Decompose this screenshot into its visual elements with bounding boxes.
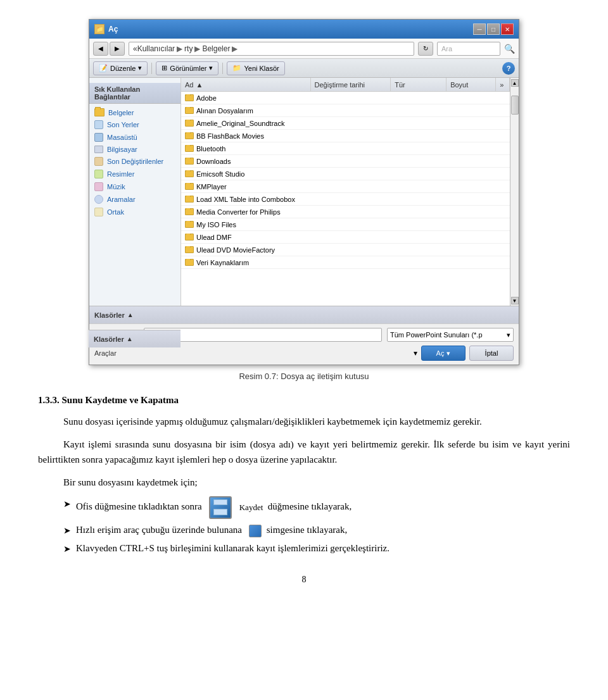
- edit-button[interactable]: 📝 Düzenle ▾: [93, 61, 148, 75]
- klasorler-bar[interactable]: Klasörler ▲: [89, 306, 519, 323]
- edit-icon: 📝: [99, 64, 108, 72]
- scroll-thumb[interactable]: [511, 96, 519, 115]
- bullet-arrow-3: ➤: [63, 542, 71, 556]
- window-controls[interactable]: ─ □ ✕: [473, 23, 514, 35]
- file-item-load-xml[interactable]: Load XML Table into Combobox: [181, 193, 510, 206]
- file-item-my-iso[interactable]: My ISO Files: [181, 218, 510, 231]
- back-button[interactable]: ◀: [93, 42, 108, 56]
- file-item-emicsoft[interactable]: Emicsoft Studio: [181, 168, 510, 180]
- title-bar: 📁 Aç ─ □ ✕: [89, 20, 519, 39]
- shared-icon: [94, 208, 103, 216]
- sidebar-item-masaustu[interactable]: Masaüstü: [89, 131, 180, 144]
- open-dialog[interactable]: 📁 Aç ─ □ ✕ ◀ ▶ « Kullanıcılar ▶: [89, 19, 519, 365]
- sidebar-label-resimler: Resimler: [107, 170, 134, 178]
- folder-icon-my-iso: [185, 221, 194, 228]
- help-label: ?: [507, 65, 511, 72]
- folder-icon-emicsoft: [185, 170, 194, 177]
- file-item-ulead-dmf[interactable]: Ulead DMF: [181, 231, 510, 244]
- dialog-icon: 📁: [94, 24, 104, 34]
- cancel-button[interactable]: İptal: [469, 346, 514, 361]
- sidebar-item-aramalar[interactable]: Aramalar: [89, 193, 180, 206]
- klasorler-section[interactable]: Klasörler ▲: [89, 330, 180, 347]
- bullet-list: ➤ Ofis düğmesine tıkladıktan sonra Kayde…: [63, 496, 570, 556]
- file-item-veri[interactable]: Veri Kaynaklarım: [181, 256, 510, 269]
- file-name-amelie: Amelie_Original_Soundtrack: [196, 120, 284, 127]
- bullet-text-2: Hızlı erişim araç çubuğu üzerinde buluna…: [76, 523, 347, 537]
- help-button[interactable]: ?: [502, 62, 515, 75]
- folder-icon-media-converter: [185, 208, 194, 215]
- new-folder-button[interactable]: 📁 Yeni Klasör: [227, 61, 284, 75]
- scrollbar[interactable]: ▲ ▼: [510, 78, 519, 306]
- toolbar-sep-1: [151, 63, 152, 74]
- scroll-down-button[interactable]: ▼: [511, 297, 519, 304]
- pictures-icon: [94, 170, 103, 178]
- dialog-title: Aç: [108, 25, 118, 34]
- file-item-alinan[interactable]: Alınan Dosyalarım: [181, 104, 510, 117]
- col-header-type[interactable]: Tür: [391, 78, 446, 91]
- file-item-media-converter[interactable]: Media Converter for Philips: [181, 206, 510, 218]
- file-item-kmplayer[interactable]: KMPlayer: [181, 180, 510, 193]
- sidebar-label-aramalar: Aramalar: [107, 196, 136, 203]
- file-item-ulead-dvd[interactable]: Ulead DVD MovieFactory: [181, 244, 510, 256]
- main-content: Sık Kullanılan Bağlantılar Belgeler Son …: [89, 78, 519, 306]
- sidebar-item-ortak[interactable]: Ortak: [89, 206, 180, 218]
- edit-arrow: ▾: [138, 64, 142, 72]
- klasorler-arrow-icon: ▲: [127, 335, 133, 342]
- filetype-dropdown[interactable]: Tüm PowerPoint Sunuları (*.p ▾: [387, 328, 514, 342]
- sidebar-item-resimler[interactable]: Resimler: [89, 168, 180, 180]
- paragraph-3: Bir sunu dosyasını kaydetmek için;: [38, 475, 570, 490]
- bullet-text-1: Ofis düğmesine tıkladıktan sonra Kaydet …: [76, 496, 352, 519]
- save-button-inline: Kaydet: [209, 496, 263, 519]
- path-part-3[interactable]: Belgeler: [202, 44, 230, 53]
- address-path[interactable]: « Kullanıcılar ▶ rty ▶ Belgeler ▶: [129, 42, 414, 56]
- view-button[interactable]: ⊞ Görünümler ▾: [156, 61, 218, 75]
- search-folder-icon: [94, 195, 103, 204]
- search-icon[interactable]: 🔍: [504, 44, 515, 54]
- folder-icon-ulead-dvd: [185, 246, 194, 253]
- col-type-label: Tür: [395, 81, 405, 89]
- paragraph-2: Kayıt işlemi sırasında sunu dosyasına bi…: [38, 437, 570, 467]
- close-button[interactable]: ✕: [501, 23, 514, 35]
- file-name-media-converter: Media Converter for Philips: [196, 208, 281, 216]
- col-header-date[interactable]: Değiştirme tarihi: [311, 78, 391, 91]
- page-number: 8: [38, 575, 570, 585]
- file-item-bluetooth[interactable]: Bluetooth: [181, 142, 510, 155]
- folder-icon-alinan: [185, 107, 194, 114]
- scroll-up-button[interactable]: ▲: [511, 79, 519, 87]
- forward-button[interactable]: ▶: [110, 42, 125, 56]
- search-box[interactable]: Ara: [437, 42, 500, 56]
- file-list-header: Ad ▲ Değiştirme tarihi Tür Boyut »: [181, 78, 510, 92]
- refresh-button[interactable]: ↻: [418, 42, 433, 56]
- bullet-arrow-1: ➤: [63, 497, 71, 511]
- minimize-button[interactable]: ─: [473, 23, 486, 35]
- folder-icon-bluetooth: [185, 145, 194, 152]
- col-header-more[interactable]: »: [496, 78, 510, 91]
- col-header-name[interactable]: Ad ▲: [181, 78, 311, 91]
- sidebar-label-masaustu: Masaüstü: [107, 134, 137, 141]
- file-item-bb[interactable]: BB FlashBack Movies: [181, 130, 510, 142]
- file-list-container: Ad ▲ Değiştirme tarihi Tür Boyut »: [181, 78, 510, 306]
- sidebar-item-son-yerler[interactable]: Son Yerler: [89, 118, 180, 131]
- file-item-downloads[interactable]: Downloads: [181, 155, 510, 168]
- sidebar-item-bilgisayar[interactable]: Bilgisayar: [89, 144, 180, 155]
- col-name-label: Ad: [185, 81, 193, 89]
- article: 1.3.3. Sunu Kaydetme ve Kapatma Sunu dos…: [38, 392, 570, 556]
- file-name-load-xml: Load XML Table into Combobox: [196, 196, 295, 203]
- open-button[interactable]: Aç ▾: [421, 346, 466, 361]
- sidebar-item-belgeler[interactable]: Belgeler: [89, 106, 180, 118]
- sidebar-item-muzik[interactable]: Müzik: [89, 180, 180, 193]
- sidebar-item-son-degistirilenler[interactable]: Son Değiştirilenler: [89, 155, 180, 168]
- klasorler-bar-label: Klasörler: [94, 311, 125, 319]
- sidebar-header: Sık Kullanılan Bağlantılar: [89, 83, 180, 104]
- file-name-emicsoft: Emicsoft Studio: [196, 170, 244, 178]
- path-part-2[interactable]: rty: [184, 44, 193, 53]
- new-folder-label: Yeni Klasör: [244, 65, 279, 72]
- file-item-amelie[interactable]: Amelie_Original_Soundtrack: [181, 117, 510, 130]
- file-name-ulead-dvd: Ulead DVD MovieFactory: [196, 246, 275, 254]
- maximize-button[interactable]: □: [487, 23, 500, 35]
- file-item-adobe[interactable]: Adobe: [181, 92, 510, 104]
- col-header-size[interactable]: Boyut: [446, 78, 496, 91]
- path-part-1[interactable]: Kullanıcılar: [137, 44, 175, 53]
- sidebar-label-son-degistirilenler: Son Değiştirilenler: [107, 158, 163, 165]
- kaydet-label: Kaydet: [239, 501, 263, 514]
